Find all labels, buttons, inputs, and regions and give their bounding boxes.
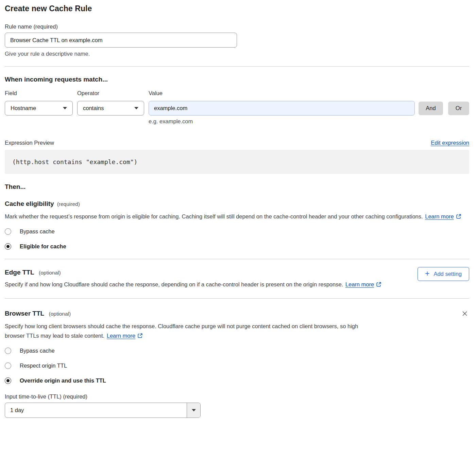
add-setting-label: Add setting [434, 271, 462, 277]
radio-label: Bypass cache [20, 228, 55, 235]
browser-ttl-learn-more-link[interactable]: Learn more [107, 333, 135, 339]
operator-select[interactable]: contains [77, 101, 144, 116]
browser-ttl-description-text: Specify how long client browsers should … [5, 323, 358, 339]
browser-ttl-header: Browser TTL (optional) Specify how long … [5, 310, 469, 340]
cache-eligibility-description-text: Mark whether the request’s response from… [5, 213, 423, 219]
value-hint: e.g. example.com [149, 118, 469, 125]
rule-name-input[interactable] [5, 33, 237, 48]
edge-ttl-header: Edge TTL (optional) Specify if and how l… [5, 269, 469, 289]
page-title: Create new Cache Rule [5, 4, 469, 13]
expression-code: (http.host contains "example.com") [12, 158, 137, 165]
cache-eligibility-header: Cache eligibility (required) [5, 200, 469, 208]
radio-option-override-origin-ttl[interactable]: Override origin and use this TTL [5, 377, 469, 384]
optional-tag: (optional) [39, 270, 61, 276]
radio-option-respect-origin-ttl[interactable]: Respect origin TTL [5, 362, 469, 369]
field-select-value: Hostname [11, 105, 36, 111]
ttl-input-label: Input time-to-live (TTL) (required) [5, 393, 469, 400]
ttl-select[interactable]: 1 day [5, 403, 201, 418]
remove-browser-ttl-button[interactable] [460, 309, 469, 319]
radio-option-bypass-cache[interactable]: Bypass cache [5, 228, 469, 235]
value-input[interactable] [149, 101, 415, 116]
ttl-select-value: 1 day [5, 403, 187, 418]
operator-select-value: contains [83, 105, 104, 111]
chevron-down-icon [192, 409, 196, 411]
ttl-select-caret-box[interactable] [187, 403, 200, 418]
divider [5, 298, 469, 299]
field-label: Field [5, 90, 77, 96]
match-condition-row: Hostname contains And Or [5, 101, 469, 116]
or-button[interactable]: Or [448, 102, 469, 115]
match-heading: When incoming requests match... [5, 76, 469, 83]
radio-label: Eligible for cache [20, 243, 66, 250]
radio-option-eligible-for-cache[interactable]: Eligible for cache [5, 243, 469, 250]
plus-icon: + [425, 270, 429, 278]
field-select[interactable]: Hostname [5, 101, 73, 116]
rule-name-helper: Give your rule a descriptive name. [5, 51, 469, 57]
divider [5, 259, 469, 259]
rule-name-label: Rule name (required) [5, 23, 469, 30]
value-label: Value [149, 90, 163, 96]
cache-eligibility-learn-more-link[interactable]: Learn more [425, 213, 454, 219]
external-link-icon [376, 282, 381, 287]
radio-icon-selected[interactable] [5, 377, 11, 384]
expression-preview-label: Expression Preview [5, 140, 54, 146]
radio-icon[interactable] [5, 228, 11, 235]
radio-option-bypass-cache-browser[interactable]: Bypass cache [5, 348, 469, 354]
browser-ttl-title: Browser TTL [5, 310, 44, 317]
radio-label: Respect origin TTL [20, 362, 67, 369]
edge-ttl-description: Specify if and how long Cloudflare shoul… [5, 280, 381, 289]
optional-tag: (optional) [49, 311, 71, 317]
edge-ttl-title: Edge TTL [5, 269, 34, 276]
radio-icon[interactable] [5, 362, 11, 369]
divider [5, 66, 469, 67]
close-icon [461, 310, 469, 317]
and-button[interactable]: And [419, 102, 443, 115]
edit-expression-link[interactable]: Edit expression [431, 140, 469, 146]
radio-icon[interactable] [5, 348, 11, 354]
external-link-icon [456, 214, 461, 219]
cache-eligibility-description: Mark whether the request’s response from… [5, 212, 462, 221]
chevron-down-icon [134, 107, 138, 109]
expression-preview-row: Expression Preview Edit expression [5, 140, 469, 146]
edge-ttl-learn-more-link[interactable]: Learn more [345, 281, 374, 287]
radio-label: Override origin and use this TTL [20, 377, 106, 384]
browser-ttl-description: Specify how long client browsers should … [5, 321, 379, 340]
external-link-icon [137, 333, 143, 338]
add-setting-button[interactable]: + Add setting [418, 267, 469, 281]
operator-label: Operator [77, 90, 149, 96]
then-heading: Then... [5, 183, 469, 191]
radio-label: Bypass cache [20, 348, 55, 354]
match-column-labels: Field Operator Value [5, 90, 469, 96]
chevron-down-icon [63, 107, 67, 109]
required-tag: (required) [57, 201, 80, 207]
edge-ttl-description-text: Specify if and how long Cloudflare shoul… [5, 281, 343, 287]
expression-code-block: (http.host contains "example.com") [5, 150, 469, 174]
radio-icon-selected[interactable] [5, 243, 11, 250]
cache-eligibility-title: Cache eligibility [5, 200, 54, 208]
